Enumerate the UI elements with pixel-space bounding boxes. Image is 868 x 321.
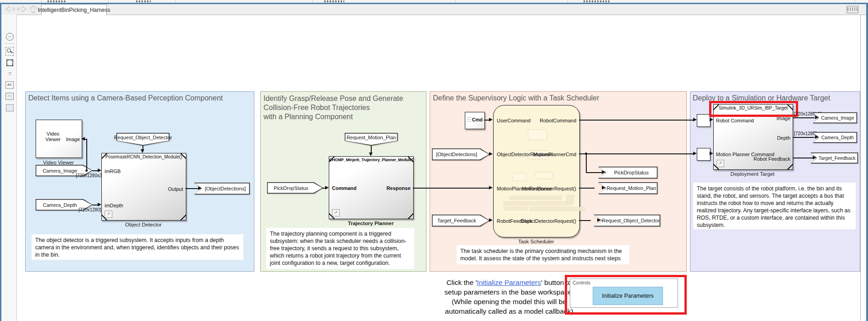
- trajectory-planner-block[interactable]: CHOMP_Minjerk_Trajectory_Planner_Module(…: [329, 156, 414, 219]
- simulink-window: IntelligentBinPicking_Harness → →: [0, 0, 868, 321]
- open-subsystem-badge-icon[interactable]: ↗: [332, 209, 340, 216]
- video-viewer-text: Video Viewer: [40, 131, 66, 142]
- port-robotcommand: RobotCommand: [540, 118, 576, 123]
- palette-separator: [5, 43, 15, 44]
- video-viewer-port-image: Image: [66, 137, 80, 142]
- port-output: Output: [168, 186, 183, 192]
- port-depth: Depth: [777, 135, 790, 141]
- from-tag-pickdropstatus-in[interactable]: PickDropStatus: [267, 182, 323, 194]
- task-scheduler-block[interactable]: UserCommand ObjectDetectorResponse Motio…: [493, 105, 580, 237]
- from-tag-target-feedback[interactable]: Target_Feedback: [432, 215, 489, 226]
- open-subsystem-badge-icon[interactable]: ↗: [716, 160, 724, 167]
- from-tag-objectdetections[interactable]: [ObjectDetections]: [432, 148, 489, 160]
- cmd-block-text: Cmd: [472, 117, 483, 122]
- port-motionplannerrequest: MotionPlannerRequest(): [522, 186, 576, 191]
- toolstrip-fragment: [324, 0, 344, 2]
- trajectory-planner-label: Trajectory Planner: [348, 221, 394, 226]
- port-imrgb: imRGB: [105, 168, 121, 174]
- goto-tag-objectdetections[interactable]: [ObjectDetections]: [194, 183, 250, 195]
- note-line4: automatically called as a model callback…: [431, 306, 587, 316]
- signal-conversion-block-2[interactable]: [697, 148, 710, 161]
- port-robot-feedback: Robot Feedback: [753, 156, 790, 162]
- goto-tag-request-motion-plan[interactable]: Request_Motion_Plan: [598, 182, 658, 194]
- model-tab[interactable]: IntelligentBinPicking_Harness: [41, 4, 107, 15]
- note-prefix: Click the ': [447, 279, 477, 286]
- port-robot-command: Robot Command: [716, 118, 754, 123]
- goto-tag-target-feedback[interactable]: Target_Feedback: [810, 153, 858, 163]
- object-detector-block[interactable]: PosemaskRCNN_Detection_Module() imRGB im…: [101, 153, 186, 221]
- toolstrip-fragment: [584, 0, 611, 2]
- video-viewer-block[interactable]: Video Viewer Image: [36, 120, 82, 158]
- show-explorer-icon[interactable]: →: [5, 32, 14, 41]
- port-usercommand: UserCommand: [497, 118, 531, 123]
- annotation-icon[interactable]: A≡: [5, 81, 14, 89]
- fit-view-icon[interactable]: [5, 58, 14, 67]
- route-signals-icon[interactable]: → →: [5, 68, 14, 77]
- initialize-parameters-link[interactable]: Initialize Parameters: [477, 279, 541, 286]
- window-frame-right: [866, 4, 868, 321]
- tab-bar: IntelligentBinPicking_Harness: [1, 4, 866, 15]
- object-detector-header: PosemaskRCNN_Detection_Module(): [102, 154, 186, 159]
- open-subsystem-badge-icon[interactable]: ↗: [105, 210, 112, 218]
- toolstrip-fragment: [136, 0, 151, 2]
- canvas-edge: [860, 15, 861, 321]
- from-tag-request-object-detector[interactable]: Request_Object_Detector: [116, 133, 169, 146]
- controls-groupbox: Controls Initialize Parameters: [570, 279, 678, 308]
- planning-description: The trajectory planning component is a t…: [266, 228, 414, 269]
- deployment-target-label: Deployment Target: [731, 171, 774, 177]
- initialize-parameters-button[interactable]: Initialize Parameters: [593, 287, 663, 305]
- cmd-signal-block[interactable]: Cmd: [465, 112, 485, 129]
- note-line3: (While opening the model this will be: [431, 297, 587, 306]
- area-icon[interactable]: [5, 104, 14, 112]
- object-detector-label: Object Detector: [125, 222, 162, 227]
- port-objectdetectorrequest: ObjectDetectorRequest(): [521, 218, 576, 224]
- controls-group-label: Controls: [573, 280, 590, 285]
- goto-tag-camera-depth[interactable]: Camera_Depth: [813, 132, 857, 143]
- toolstrip-fragment: [47, 0, 66, 2]
- port-response: Response: [386, 185, 410, 191]
- forward-button[interactable]: [17, 6, 26, 12]
- perception-description: The object detector is a triggered subsy…: [32, 234, 243, 260]
- goto-tag-request-object-detector[interactable]: Request_Object_Detector: [594, 215, 660, 226]
- canvas-palette: → → → A≡ ∼: [1, 15, 17, 321]
- goto-tag-camera-image[interactable]: Camera_Image: [813, 112, 857, 123]
- goto-tag-pickdropstatus[interactable]: PickDropStatus: [598, 167, 658, 179]
- port-motionplannercmd: MotionPlannerCmd: [533, 152, 576, 157]
- port-command: Command: [332, 185, 357, 191]
- signal-dim-camera-depth: [720x1280]: [79, 207, 101, 212]
- port-imdepth: imDepth: [105, 203, 123, 208]
- model-tab-title: IntelligentBinPicking_Harness: [38, 7, 110, 13]
- area-planning-title: Identify Grasp/Release Pose and Generate…: [263, 94, 403, 121]
- trajectory-planner-header: CHOMP_Minjerk_Trajectory_Planner_Module(…: [329, 158, 413, 162]
- signal-dim-camera-image: [720x1280x3]: [76, 173, 103, 178]
- task-scheduler-label: Task Scheduler: [518, 239, 554, 244]
- zoom-region-icon[interactable]: [5, 47, 14, 55]
- up-to-parent-button[interactable]: [29, 5, 37, 13]
- area-perception-title: Detect Items using a Camera-Based Percep…: [28, 94, 223, 102]
- scheduler-description: The task scheduler is the primary coordi…: [457, 245, 629, 264]
- from-tag-request-motion-plan[interactable]: Request_Motion_Plan: [345, 133, 398, 146]
- signal-conversion-block-1[interactable]: [697, 114, 710, 127]
- highlight-deployment-header: [709, 101, 798, 117]
- keyboard-icon[interactable]: [847, 6, 858, 13]
- deployment-description: The target consists of the robot platfor…: [693, 183, 856, 229]
- image-icon[interactable]: ∼: [5, 92, 14, 100]
- back-button[interactable]: [5, 6, 15, 12]
- area-scheduler-title: Define the Supervisory Logic with a Task…: [433, 94, 599, 102]
- note-line2: setup parameters in the base workspace.: [431, 287, 587, 297]
